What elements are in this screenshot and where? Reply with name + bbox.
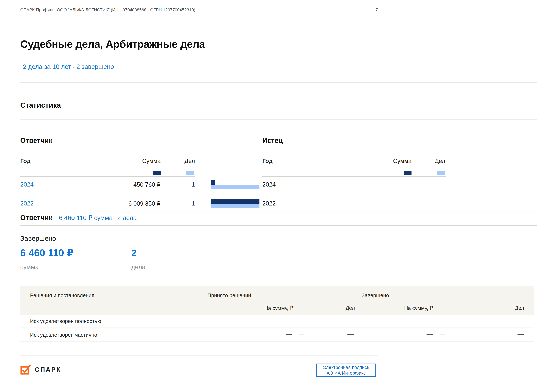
divider (20, 225, 537, 226)
column-header-sum: Сумма (60, 158, 161, 164)
year-link[interactable]: 2024 (20, 177, 60, 196)
links-separator: · (113, 214, 117, 221)
brand-name: СПАРК (35, 366, 61, 373)
table-row: 2024 450 760 ₽ 1 (20, 177, 259, 196)
completed-values: 6 460 110 ₽ 2 (20, 247, 210, 260)
cases-value: - (411, 177, 445, 196)
sum-bar (211, 180, 215, 185)
plaintiff-heading: Истец (262, 136, 447, 144)
respondent-stats-table: Ответчик Год Сумма Дел 2024 450 760 ₽ 1 … (20, 136, 259, 215)
empty-value-dash: — (283, 331, 292, 338)
signature-line2: АО ИА Интерфакс (317, 370, 375, 376)
completed-count-link[interactable]: 2 завершено (76, 63, 114, 70)
document-header: СПАРК-Профиль: ООО "АЛЬФА-ЛОГИСТИК" (ИНН… (20, 5, 378, 19)
empty-value-dash: — (344, 331, 354, 338)
decisions-table-header: Решения и постановления Принято решений … (20, 286, 534, 315)
column-header-year: Год (20, 158, 60, 164)
group-header-accepted: Принято решений (207, 292, 251, 299)
empty-value-dash: — (423, 317, 433, 324)
respondent-summary: Ответчик 6 460 110 ₽ сумма·2 дела (20, 214, 137, 222)
completed-heading: Завершено (20, 235, 210, 242)
completed-block: Завершено 6 460 110 ₽ 2 сумма дела (20, 235, 210, 271)
column-header-year: Год (262, 158, 302, 164)
subheader-sum-completed: На сумму, ₽ (386, 305, 433, 311)
decision-label: Иск удовлетворен полностью (30, 318, 101, 324)
column-header-cases: Дел (411, 158, 445, 164)
empty-value-dash-small: — (439, 318, 445, 324)
empty-value-dash: — (514, 317, 524, 324)
table-row: 2024 - - (262, 177, 447, 196)
respondent-heading: Ответчик (20, 136, 259, 144)
legend (262, 171, 446, 175)
column-header-sum: Сумма (302, 158, 411, 164)
decisions-table: Решения и постановления Принято решений … (20, 286, 534, 342)
sum-bar (211, 199, 259, 204)
completed-cases-label: дела (131, 264, 146, 271)
empty-value-dash: — (344, 317, 354, 324)
subheader-cases-accepted: Дел (323, 305, 355, 311)
empty-value-dash: — (283, 317, 292, 324)
document-header-title: СПАРК-Профиль: ООО "АЛЬФА-ЛОГИСТИК" (ИНН… (20, 7, 195, 13)
divider (20, 119, 537, 120)
respondent-sum-link[interactable]: 6 460 110 ₽ сумма (59, 214, 112, 221)
subheader-sum-accepted: На сумму, ₽ (246, 305, 293, 311)
links-separator: · (71, 63, 76, 70)
legend-sum-swatch (404, 171, 411, 175)
completed-sum-value: 6 460 110 ₽ (20, 247, 74, 259)
year-value: 2024 (262, 177, 302, 196)
respondent-summary-links: 6 460 110 ₽ сумма·2 дела (59, 214, 137, 221)
plaintiff-table-header: Год Сумма Дел (262, 158, 446, 164)
respondent-cases-link[interactable]: 2 дела (117, 214, 137, 221)
empty-value-dash: — (514, 331, 524, 338)
spark-brand: СПАРК (20, 364, 61, 375)
empty-value-dash-small: — (439, 331, 445, 337)
table-row: Иск удовлетворен частично — — — — — — (20, 328, 534, 342)
page-number: 7 (375, 7, 378, 13)
completed-cases-value: 2 (131, 248, 136, 258)
cases-bar (211, 204, 259, 208)
decision-label: Иск удовлетворен частично (30, 332, 97, 338)
empty-value-dash-small: — (298, 318, 304, 324)
statistics-heading: Статистика (20, 101, 61, 109)
subheader-cases-completed: Дел (492, 305, 524, 311)
legend-sum-swatch (153, 171, 161, 175)
completed-labels: сумма дела (20, 264, 210, 271)
cases-bar (211, 185, 259, 189)
group-header-completed: Завершено (362, 292, 389, 299)
table-row: Иск удовлетворен полностью — — — — — — (20, 315, 534, 328)
legend (20, 171, 195, 175)
respondent-summary-heading: Ответчик (20, 214, 52, 222)
electronic-signature-stamp: Электронная подпись АО ИА Интерфакс (316, 363, 376, 377)
page-title-primary: Судебные дела, (20, 38, 103, 50)
divider (20, 212, 537, 213)
legend-cases-swatch (437, 171, 445, 175)
footer-divider (20, 355, 378, 356)
completed-sum-label: сумма (20, 264, 39, 271)
legend-cases-swatch (186, 171, 194, 175)
spark-report-page: СПАРК-Профиль: ООО "АЛЬФА-ЛОГИСТИК" (ИНН… (0, 0, 555, 392)
spark-logo-icon (20, 364, 32, 375)
page-title-secondary: Арбитражные дела (103, 38, 205, 50)
empty-value-dash-small: — (298, 331, 304, 337)
divider (20, 82, 537, 83)
decisions-rows-header: Решения и постановления (30, 292, 94, 299)
column-header-cases: Дел (161, 158, 195, 164)
cases-value: 1 (161, 177, 195, 196)
empty-value-dash: — (423, 331, 433, 338)
page-title: Судебные дела, Арбитражные дела (20, 38, 205, 50)
sum-value: - (302, 177, 411, 196)
sum-value: 450 760 ₽ (60, 177, 161, 196)
plaintiff-stats-table: Истец Год Сумма Дел 2024 - - 2022 - - (262, 136, 447, 215)
row-bars (211, 199, 259, 208)
signature-line1: Электронная подпись (317, 364, 375, 370)
cases-count-link[interactable]: 2 дела за 10 лет (23, 63, 71, 70)
respondent-table-header: Год Сумма Дел (20, 158, 195, 164)
row-bars (211, 180, 259, 189)
cases-summary-links: 2 дела за 10 лет·2 завершено (23, 63, 114, 70)
